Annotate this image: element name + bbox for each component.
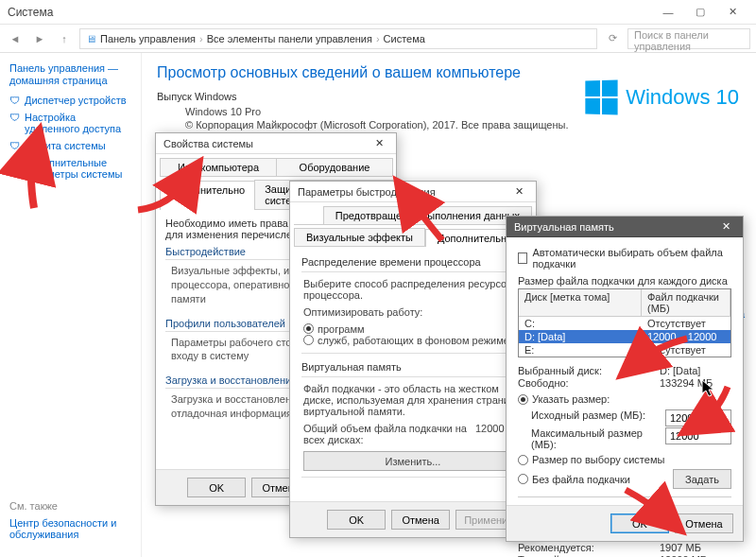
radio-system-managed[interactable]: Размер по выбору системы bbox=[518, 454, 731, 465]
dlg3-ok-button[interactable]: OK bbox=[610, 513, 669, 533]
vm-group: Файл подкачки - это область на жестком д… bbox=[301, 376, 524, 478]
drive-row-d[interactable]: D: [Data]12000 – 12000 bbox=[519, 330, 730, 343]
minimize-button[interactable]: — bbox=[652, 2, 684, 23]
forward-button[interactable]: ► bbox=[30, 29, 49, 48]
windows-logo: Windows 10 bbox=[584, 80, 739, 114]
dlg2-cancel-button[interactable]: Отмена bbox=[391, 510, 450, 530]
crumb-0[interactable]: Панель управления bbox=[100, 33, 196, 44]
maximum-size-input[interactable] bbox=[665, 427, 731, 444]
sel-disk-label: Выбранный диск: bbox=[518, 365, 660, 376]
dlg2-titlebar[interactable]: Параметры быстродействия ✕ bbox=[290, 182, 536, 202]
dlg3-titlebar[interactable]: Виртуальная память ✕ bbox=[507, 217, 743, 237]
see-also-label: См. также bbox=[9, 500, 142, 512]
copyright: © Корпорация Майкрософт (Microsoft Corpo… bbox=[157, 119, 741, 131]
dlg3-title: Виртуальная память bbox=[514, 221, 614, 233]
pc-icon: 🖥 bbox=[86, 33, 96, 44]
shield-icon: 🛡 bbox=[9, 140, 21, 151]
shield-icon: 🛡 bbox=[9, 157, 21, 168]
init-size-label: Исходный размер (МБ): bbox=[531, 409, 665, 426]
rec-value: 1907 МБ bbox=[660, 542, 701, 553]
search-input[interactable]: Поиск в панели управления bbox=[627, 28, 750, 49]
page-heading: Просмотр основных сведений о вашем компь… bbox=[157, 64, 741, 81]
dlg2-close-icon[interactable]: ✕ bbox=[509, 185, 528, 198]
toolbar: ◄ ► ↑ 🖥 Панель управления› Все элементы … bbox=[0, 25, 756, 53]
close-button[interactable]: ✕ bbox=[716, 2, 748, 23]
breadcrumb[interactable]: 🖥 Панель управления› Все элементы панели… bbox=[79, 28, 597, 49]
shield-icon: 🛡 bbox=[9, 112, 21, 123]
dlg1-close-icon[interactable]: ✕ bbox=[369, 137, 388, 149]
windows-icon bbox=[586, 79, 618, 114]
cursor-icon bbox=[701, 379, 716, 400]
cpu-sched-desc: Выберите способ распределения ресурсов п… bbox=[303, 278, 523, 301]
vm-heading: Виртуальная память bbox=[301, 361, 524, 373]
radio-services[interactable]: служб, работающих в фоновом режиме bbox=[303, 335, 509, 346]
drive-list[interactable]: Диск [метка тома]Файл подкачки (МБ) C:От… bbox=[518, 288, 731, 357]
dlg3-cancel-button[interactable]: Отмена bbox=[675, 513, 733, 533]
cpu-sched-heading: Распределение времени процессора bbox=[301, 256, 524, 268]
tab-hardware[interactable]: Оборудование bbox=[276, 158, 393, 176]
optimize-label: Оптимизировать работу: bbox=[303, 306, 523, 318]
initial-size-input[interactable] bbox=[665, 409, 731, 426]
sidebar-item-device-manager[interactable]: 🛡Диспетчер устройств bbox=[9, 95, 131, 106]
windows-logo-text: Windows 10 bbox=[626, 85, 739, 110]
shield-icon: 🛡 bbox=[9, 95, 21, 106]
maximize-button[interactable]: ▢ bbox=[684, 2, 716, 23]
radio-no-paging[interactable]: Без файла подкачки bbox=[518, 474, 630, 485]
performance-options-dialog: Параметры быстродействия ✕ Предотвращени… bbox=[289, 181, 537, 538]
dlg2-title: Параметры быстродействия bbox=[298, 186, 436, 198]
tab-advanced[interactable]: Дополнительно bbox=[160, 181, 255, 210]
sel-disk-value: D: [Data] bbox=[660, 365, 700, 376]
tab-computer-name[interactable]: Имя компьютера bbox=[160, 158, 277, 176]
sidebar-item-protection[interactable]: 🛡Защита системы bbox=[9, 140, 131, 151]
col-paging: Файл подкачки (МБ) bbox=[642, 289, 730, 316]
up-button[interactable]: ↑ bbox=[55, 29, 74, 48]
drive-row-e[interactable]: E:Отсутствует bbox=[519, 343, 730, 357]
vm-total-label: Общий объем файла подкачки на всех диска… bbox=[303, 423, 475, 445]
set-button[interactable]: Задать bbox=[673, 469, 731, 489]
refresh-button[interactable]: ⟳ bbox=[603, 29, 622, 48]
dlg1-title: Свойства системы bbox=[163, 138, 253, 149]
rec-label: Рекомендуется: bbox=[518, 542, 660, 553]
vm-desc: Файл подкачки - это область на жестком д… bbox=[303, 383, 523, 417]
dlg2-ok-button[interactable]: OK bbox=[327, 510, 386, 530]
dlg1-ok-button[interactable]: OK bbox=[187, 478, 246, 497]
auto-manage-checkbox[interactable]: Автоматически выбирать объем файла подка… bbox=[518, 247, 731, 270]
window-titlebar: Система — ▢ ✕ bbox=[0, 0, 756, 25]
sidebar-bottom: См. также Центр безопасности и обслужива… bbox=[9, 500, 142, 540]
tab-dep[interactable]: Предотвращение выполнения данных bbox=[323, 206, 532, 224]
dlg3-close-icon[interactable]: ✕ bbox=[716, 220, 735, 233]
sidebar-item-advanced[interactable]: 🛡Дополнительные параметры системы bbox=[9, 157, 131, 180]
back-button[interactable]: ◄ bbox=[6, 29, 25, 48]
drive-row-c[interactable]: C:Отсутствует bbox=[519, 317, 730, 330]
sidebar-home-link[interactable]: Панель управления — домашняя страница bbox=[9, 62, 131, 87]
security-center-link[interactable]: Центр безопасности и обслуживания bbox=[9, 517, 142, 540]
window-title: Система bbox=[8, 6, 652, 19]
radio-custom-size[interactable]: Указать размер: bbox=[518, 393, 610, 405]
radio-programs[interactable]: программ bbox=[303, 323, 365, 335]
sidebar: Панель управления — домашняя страница 🛡Д… bbox=[0, 53, 142, 557]
free-label: Свободно: bbox=[518, 377, 660, 389]
crumb-1[interactable]: Все элементы панели управления bbox=[207, 33, 372, 44]
sidebar-item-remote[interactable]: 🛡Настройка удаленного доступа bbox=[9, 112, 131, 134]
crumb-2[interactable]: Система bbox=[384, 33, 425, 44]
dlg1-titlebar[interactable]: Свойства системы ✕ bbox=[156, 133, 396, 154]
per-disk-label: Размер файла подкачки для каждого диска bbox=[518, 275, 731, 287]
tab-visual-effects[interactable]: Визуальные эффекты bbox=[294, 228, 425, 246]
change-button[interactable]: Изменить... bbox=[303, 451, 523, 471]
col-drive: Диск [метка тома] bbox=[519, 289, 642, 316]
cpu-sched-group: Выберите способ распределения ресурсов п… bbox=[301, 271, 524, 354]
max-size-label: Максимальный размер (МБ): bbox=[531, 427, 665, 450]
